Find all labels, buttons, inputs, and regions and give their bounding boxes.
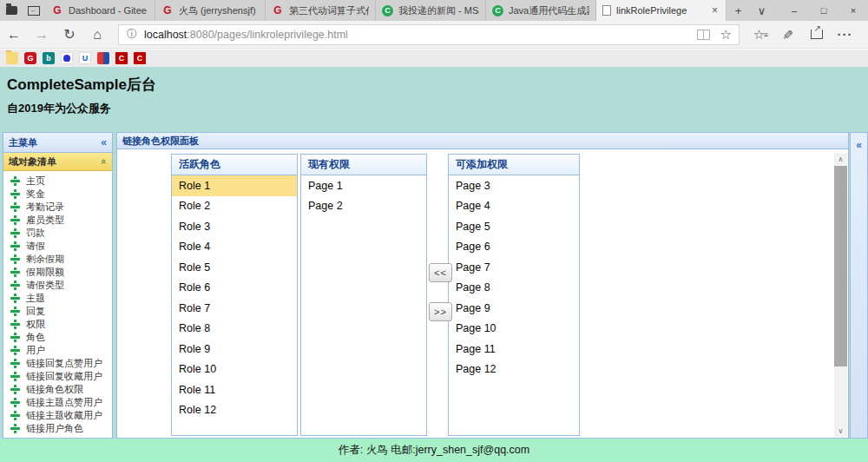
privilege-row[interactable]: Page 3 — [449, 175, 579, 196]
browser-tab[interactable]: C Java通用代码生成器光 — [486, 0, 596, 21]
bookmark-icon[interactable] — [61, 52, 73, 64]
sidebar-menu-item[interactable]: 雇员类型 — [3, 214, 112, 227]
sidebar-menu-item[interactable]: 请假 — [3, 240, 112, 253]
privilege-row[interactable]: Page 9 — [449, 298, 579, 319]
add-favorite-star-icon[interactable]: ☆ — [720, 27, 732, 43]
share-icon[interactable] — [802, 27, 831, 42]
role-row[interactable]: Role 5 — [172, 257, 297, 278]
home-button[interactable]: ⌂ — [83, 27, 111, 43]
remove-privilege-button[interactable]: << — [429, 263, 452, 282]
set-tabs-aside-icon[interactable]: ← — [28, 6, 40, 16]
scrollbar-thumb[interactable] — [834, 166, 847, 366]
collapse-up-icon[interactable]: « — [99, 159, 109, 164]
sidebar-menu-item[interactable]: 主页 — [3, 175, 112, 188]
sidebar-item-label: 链接回复点赞用户 — [26, 357, 102, 370]
tab-close-icon[interactable]: × — [710, 4, 720, 16]
bookmark-icon[interactable] — [97, 52, 109, 64]
role-row[interactable]: Role 7 — [172, 298, 297, 319]
sidebar-menu-item[interactable]: 角色 — [3, 331, 112, 344]
bookmark-icon[interactable]: C — [134, 52, 146, 64]
role-row[interactable]: Role 1 — [172, 175, 297, 196]
scroll-down-icon[interactable]: ∨ — [834, 425, 847, 437]
role-row[interactable]: Role 4 — [172, 237, 297, 258]
web-note-pen-icon[interactable]: ✎ — [773, 27, 802, 43]
tab-favicon: G — [272, 4, 284, 16]
sidebar-item-label: 用户 — [26, 344, 45, 357]
new-tab-button[interactable]: + — [727, 0, 750, 21]
current-privileges-header[interactable]: 现有权限 — [301, 155, 426, 175]
address-bar[interactable]: ⓘ localhost:8080/pages/linkroleprivilege… — [118, 24, 740, 45]
sidebar-item-label: 雇员类型 — [26, 214, 64, 227]
sidebar-menu-item[interactable]: 链接用户角色 — [3, 422, 112, 435]
sidebar-menu-item[interactable]: 链接主题点赞用户 — [3, 396, 112, 409]
refresh-button[interactable]: ↻ — [56, 26, 83, 43]
maximize-button[interactable]: □ — [809, 0, 838, 21]
back-button[interactable]: ← — [0, 27, 28, 43]
privilege-row[interactable]: Page 4 — [449, 196, 579, 217]
forward-button[interactable]: → — [28, 27, 56, 43]
site-info-icon[interactable]: ⓘ — [127, 27, 137, 42]
sidebar-item-label: 考勤记录 — [26, 201, 64, 214]
east-collapsed-panel[interactable]: « — [850, 132, 868, 439]
browser-tab[interactable]: C 我投递的新闻 - MS&A( — [376, 0, 486, 21]
vertical-scrollbar[interactable]: ∧ ∨ — [834, 153, 847, 437]
role-row[interactable]: Role 8 — [172, 319, 297, 340]
more-menu-icon[interactable]: ··· — [831, 27, 859, 42]
add-privilege-button[interactable]: >> — [429, 302, 452, 321]
close-button[interactable]: × — [838, 0, 868, 21]
accordion-header[interactable]: 域对象清单 « — [3, 153, 112, 171]
privilege-row[interactable]: Page 2 — [301, 196, 426, 217]
reading-view-icon[interactable] — [697, 30, 710, 40]
bookmark-icon[interactable]: b — [43, 52, 55, 64]
browser-tab[interactable]: G Dashboard - Gitee — [45, 0, 155, 21]
tabs-preview-icon[interactable] — [6, 6, 17, 15]
sidebar-header[interactable]: 主菜单 « — [3, 133, 112, 153]
bookmark-icon[interactable]: C — [115, 52, 128, 64]
sidebar-menu-item[interactable]: 主题 — [3, 292, 112, 305]
minimize-button[interactable]: – — [779, 0, 809, 21]
sidebar-menu-item[interactable]: 回复 — [3, 305, 112, 318]
role-row[interactable]: Role 12 — [172, 400, 297, 421]
privilege-row[interactable]: Page 12 — [449, 360, 579, 380]
favorites-hub-icon[interactable]: ☆≡ — [745, 27, 773, 43]
sidebar-menu-item[interactable]: 剩余假期 — [3, 253, 112, 266]
tab-dropdown-icon[interactable]: ∨ — [750, 0, 773, 21]
active-roles-header[interactable]: 活跃角色 — [172, 155, 297, 175]
privilege-row[interactable]: Page 7 — [449, 257, 579, 278]
role-row[interactable]: Role 11 — [172, 380, 297, 400]
sidebar-menu-item[interactable]: 考勤记录 — [3, 201, 112, 214]
role-row[interactable]: Role 2 — [172, 196, 297, 217]
privilege-row[interactable]: Page 5 — [449, 216, 579, 237]
sidebar-menu-item[interactable]: 罚款 — [3, 227, 112, 240]
sidebar-menu-item[interactable]: 请假类型 — [3, 279, 112, 292]
browser-tab[interactable]: G 第三代动词算子式代码 — [266, 0, 376, 21]
collapse-left-icon[interactable]: « — [101, 136, 107, 148]
privilege-row[interactable]: Page 10 — [449, 319, 579, 340]
tab-bar: ← G Dashboard - Gitee G 火鸟 (jerryshensjf… — [0, 0, 868, 21]
role-row[interactable]: Role 3 — [172, 216, 297, 237]
bookmark-icon[interactable]: G — [24, 52, 36, 64]
privilege-row[interactable]: Page 6 — [449, 237, 579, 258]
sidebar-menu-item[interactable]: 链接角色权限 — [3, 383, 112, 396]
expand-left-icon[interactable]: « — [856, 139, 862, 151]
bookmark-icon[interactable]: U — [79, 52, 91, 64]
privilege-row[interactable]: Page 8 — [449, 278, 579, 299]
browser-tab[interactable]: G 火鸟 (jerryshensjf) - Git — [155, 0, 266, 21]
scroll-up-icon[interactable]: ∧ — [834, 153, 847, 165]
sidebar-menu-item[interactable]: 链接主题收藏用户 — [3, 409, 112, 422]
bookmark-icon[interactable] — [6, 52, 18, 64]
role-row[interactable]: Role 6 — [172, 278, 297, 299]
sidebar-menu-item[interactable]: 权限 — [3, 318, 112, 331]
addable-privileges-header[interactable]: 可添加权限 — [449, 155, 579, 175]
sidebar-menu-item[interactable]: 假期限额 — [3, 266, 112, 279]
sidebar-menu-item[interactable]: 链接回复收藏用户 — [3, 370, 112, 383]
browser-tab-active[interactable]: linkRolePrivilege × — [596, 0, 727, 21]
sidebar-menu-item[interactable]: 奖金 — [3, 188, 112, 201]
privilege-row[interactable]: Page 1 — [301, 175, 426, 196]
sidebar-menu-item[interactable]: 用户 — [3, 344, 112, 357]
role-row[interactable]: Role 9 — [172, 339, 297, 360]
add-plus-icon — [10, 411, 20, 420]
privilege-row[interactable]: Page 11 — [449, 339, 579, 360]
sidebar-menu-item[interactable]: 链接回复点赞用户 — [3, 357, 112, 370]
role-row[interactable]: Role 10 — [172, 360, 297, 380]
